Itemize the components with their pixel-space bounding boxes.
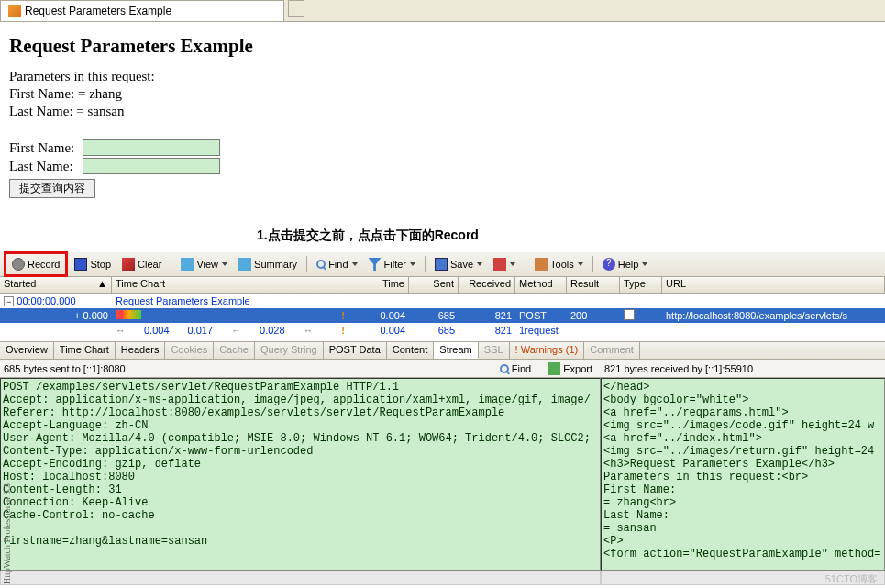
tab-cookies[interactable]: Cookies (165, 342, 214, 359)
tab-cache[interactable]: Cache (214, 342, 255, 359)
col-url[interactable]: URL (662, 277, 885, 293)
scroll-bar-left[interactable] (0, 571, 601, 585)
watermark: 51CTO博客 (825, 572, 878, 586)
clear-icon (122, 258, 135, 271)
page-heading: Request Parameters Example (9, 35, 876, 58)
search-icon (316, 260, 326, 269)
chevron-down-icon (222, 262, 227, 266)
tab-title: Request Parameters Example (25, 5, 171, 17)
recv-info-bar: 821 bytes received by [::1]:55910 (601, 360, 885, 378)
tools-button[interactable]: Tools (530, 255, 588, 273)
warning-icon: ! (341, 325, 345, 336)
col-method[interactable]: Method (515, 277, 567, 293)
browser-tab[interactable]: Request Parameters Example (0, 0, 284, 21)
stream-find-button[interactable]: Find (495, 360, 536, 378)
last-name-display: Last Name: = sansan (9, 104, 876, 119)
tab-time-chart[interactable]: Time Chart (54, 342, 116, 359)
record-highlight-box: Record (4, 251, 68, 277)
tab-headers[interactable]: Headers (116, 342, 166, 359)
col-result[interactable]: Result (567, 277, 620, 293)
grid-body: − 00:00:00.000 Request Parameters Exampl… (0, 294, 885, 338)
tab-ssl[interactable]: SSL (479, 342, 510, 359)
summary-button[interactable]: Summary (234, 255, 302, 273)
tools-icon (535, 258, 548, 271)
tab-post-data[interactable]: POST Data (324, 342, 387, 359)
filter-button[interactable]: Filter (364, 255, 420, 273)
col-time-chart[interactable]: Time Chart (112, 277, 348, 293)
view-button[interactable]: View (176, 255, 232, 273)
browser-tab-bar: Request Parameters Example (0, 0, 885, 22)
stream-panels: POST /examples/servlets/servlet/RequestP… (0, 378, 885, 571)
stop-button[interactable]: Stop (70, 255, 116, 273)
first-name-input[interactable] (83, 139, 220, 156)
time-chart-bar (116, 310, 141, 319)
record-icon (12, 258, 25, 271)
product-label: HttpWatch Professional 9.3 (2, 483, 12, 584)
intro-text: Parameters in this request: (9, 69, 876, 84)
clear-button[interactable]: Clear (117, 255, 166, 273)
chevron-down-icon (578, 262, 583, 266)
chevron-down-icon (477, 262, 482, 266)
last-name-input[interactable] (83, 158, 220, 174)
record-button[interactable]: Record (7, 255, 64, 273)
extra-button-1[interactable] (489, 255, 520, 273)
annotation-text: 1.点击提交之前，点点击下面的Record (257, 227, 479, 244)
summary-icon (238, 258, 251, 271)
tab-content[interactable]: Content (387, 342, 435, 359)
tab-warnings[interactable]: ! Warnings (1) (510, 342, 585, 359)
doc-icon (624, 309, 635, 320)
col-type[interactable]: Type (620, 277, 662, 293)
chevron-down-icon (352, 262, 358, 266)
httpwatch-toolbar: Record Stop Clear View Summary Find Filt… (0, 251, 885, 277)
tab-query-string[interactable]: Query String (255, 342, 324, 359)
search-icon (500, 364, 509, 373)
page-icon (8, 5, 21, 17)
submit-button[interactable]: 提交查询内容 (9, 179, 95, 198)
save-button[interactable]: Save (430, 255, 487, 273)
grid-group-row[interactable]: − 00:00:00.000 Request Parameters Exampl… (0, 294, 885, 308)
tab-stream[interactable]: Stream (434, 342, 478, 359)
help-button[interactable]: ?Help (598, 255, 653, 273)
record-alt-icon (493, 258, 506, 271)
sent-info-bar: 685 bytes sent to [::1]:8080 Find Export (0, 360, 601, 378)
first-name-label: First Name: (9, 140, 83, 156)
export-icon (548, 362, 560, 375)
grid-header: Started ▲ Time Chart Time Sent Received … (0, 277, 885, 294)
stream-export-button[interactable]: Export (543, 360, 597, 378)
request-stream-panel[interactable]: POST /examples/servlets/servlet/RequestP… (0, 378, 601, 571)
chevron-down-icon (510, 262, 515, 266)
detail-tabs: Overview Time Chart Headers Cookies Cach… (0, 341, 885, 360)
warning-icon: ! (341, 310, 345, 321)
chevron-down-icon (410, 262, 415, 266)
first-name-display: First Name: = zhang (9, 86, 876, 102)
grid-summary-row[interactable]: ↔0.0040.017↔0.028↔! 0.004 685 821 1reque… (0, 323, 885, 338)
bytes-sent-text: 685 bytes sent to [::1]:8080 (4, 363, 126, 374)
col-time[interactable]: Time (348, 277, 409, 293)
grid-request-row[interactable]: + 0.000 ! 0.004 685 821 POST 200 http://… (0, 308, 885, 323)
response-stream-panel[interactable]: </head> <body bgcolor="white"> <a href="… (601, 378, 885, 571)
save-icon (435, 258, 448, 271)
find-button[interactable]: Find (312, 256, 361, 272)
bytes-received-text: 821 bytes received by [::1]:55910 (604, 363, 753, 374)
col-received[interactable]: Received (459, 277, 515, 293)
col-sent[interactable]: Sent (409, 277, 459, 293)
last-name-label: Last Name: (9, 159, 83, 174)
page-content: Request Parameters Example Parameters in… (0, 22, 885, 251)
tab-overview[interactable]: Overview (0, 342, 54, 359)
chevron-down-icon (642, 262, 647, 266)
tab-new-button[interactable] (288, 0, 304, 17)
view-icon (181, 258, 194, 271)
col-started[interactable]: Started ▲ (0, 277, 112, 293)
tab-comment[interactable]: Comment (584, 342, 640, 359)
stop-icon (74, 258, 87, 271)
help-icon: ? (603, 258, 615, 271)
filter-icon (369, 258, 382, 271)
